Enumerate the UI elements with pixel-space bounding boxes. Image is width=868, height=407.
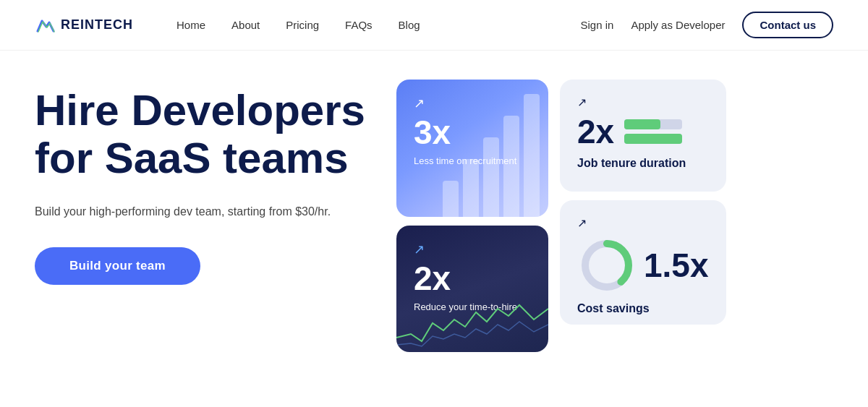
donut-chart <box>577 236 637 295</box>
nav-right: Sign in Apply as Developer Contact us <box>581 12 833 38</box>
stat-2x-label: Job tenure duration <box>577 155 709 171</box>
stats-cards: ↗ 3x Less time on recruitment ↗ 2x Reduc… <box>367 72 833 407</box>
bar-5 <box>524 94 540 217</box>
logo[interactable]: REINTECH <box>35 15 133 35</box>
stat-2x-arrow: ↗ <box>577 95 709 109</box>
bar-3 <box>483 137 499 217</box>
wave-chart <box>396 294 548 352</box>
nav-pricing[interactable]: Pricing <box>286 19 319 31</box>
navbar: REINTECH Home About Pricing FAQs Blog Si… <box>0 0 868 51</box>
apply-developer-button[interactable]: Apply as Developer <box>631 19 725 31</box>
bar-1 <box>443 181 459 217</box>
card-2x-number: 2x <box>414 262 531 295</box>
nav-home[interactable]: Home <box>176 19 205 31</box>
hero-section: Hire Developers for SaaS teams Build you… <box>35 72 367 407</box>
bar-4 <box>503 116 519 217</box>
sign-in-button[interactable]: Sign in <box>581 19 614 31</box>
nav-faqs[interactable]: FAQs <box>345 19 373 31</box>
stat-bar-bg-2 <box>624 134 682 144</box>
bar-2 <box>463 159 479 217</box>
hero-title: Hire Developers for SaaS teams <box>35 87 367 182</box>
stat-2x-number: 2x <box>577 115 614 148</box>
stat-15x-number: 1.5x <box>644 249 709 282</box>
card-3x: ↗ 3x Less time on recruitment <box>396 80 548 217</box>
card-2x-arrow: ↗ <box>414 241 531 257</box>
card-3x-bars <box>443 94 548 217</box>
logo-icon <box>35 15 55 35</box>
stat-15x-label: Cost savings <box>577 301 709 317</box>
stat-bar-group <box>624 119 682 144</box>
stat-15x-arrow: ↗ <box>577 216 709 230</box>
stat-bar-fill-1 <box>624 119 660 129</box>
nav-blog[interactable]: Blog <box>399 19 420 31</box>
card-2x-dark: ↗ 2x Reduce your time-to-hire <box>396 226 548 352</box>
stat-15x-row: 1.5x <box>577 236 709 295</box>
contact-button[interactable]: Contact us <box>742 12 833 38</box>
logo-text: REINTECH <box>61 17 133 33</box>
nav-links: Home About Pricing FAQs Blog <box>176 19 581 31</box>
stat-2x-row: 2x <box>577 115 709 148</box>
stat-bar-bg-1 <box>624 119 682 129</box>
stat-card-job-tenure: ↗ 2x Job tenure duration <box>560 80 726 192</box>
main-content: Hire Developers for SaaS teams Build you… <box>0 51 868 407</box>
build-team-button[interactable]: Build your team <box>35 247 200 285</box>
stat-bar-fill-2 <box>624 134 682 144</box>
stat-card-cost-savings: ↗ 1.5x Cost savings <box>560 200 726 325</box>
nav-about[interactable]: About <box>231 19 260 31</box>
cards-right-column: ↗ 2x Job tenure duration <box>560 80 726 407</box>
cards-left-column: ↗ 3x Less time on recruitment ↗ 2x Reduc… <box>396 80 548 407</box>
hero-subtitle: Build your high-performing dev team, sta… <box>35 202 367 221</box>
